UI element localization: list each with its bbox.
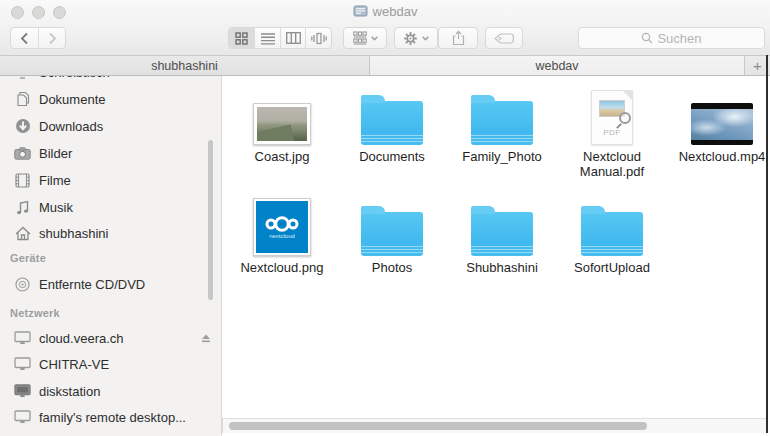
- sidebar-item-label: CHITRA-VE: [39, 357, 109, 372]
- disc-icon: [14, 277, 31, 292]
- desktop-icon: [14, 76, 31, 79]
- sidebar-item-entfernte-cd-dvd[interactable]: Entfernte CD/DVD: [14, 273, 211, 295]
- folder-icon: [361, 101, 423, 145]
- tab-shubhashini[interactable]: shubhashini: [0, 56, 370, 75]
- sidebar-item-family-remote-desktop[interactable]: family's remote desktop...: [14, 406, 211, 428]
- file-grid-row-2: nextcloud Nextcloud.png Photos Shubhashi…: [227, 196, 667, 275]
- chevron-down-icon: [422, 36, 429, 41]
- gear-icon: [403, 31, 418, 46]
- file-item-shubhashini[interactable]: Shubhashini: [447, 196, 557, 275]
- horizontal-scrollbar-thumb[interactable]: [229, 422, 647, 430]
- eject-icon[interactable]: [201, 334, 211, 343]
- sidebar-item-diskstation[interactable]: diskstation: [14, 380, 211, 402]
- window-chrome: webdav: [0, 0, 770, 55]
- window-right-edge: [766, 55, 768, 433]
- magnifier-icon: [619, 112, 631, 124]
- file-item-nextcloud-png[interactable]: nextcloud Nextcloud.png: [227, 196, 337, 275]
- chevron-down-icon: [371, 36, 378, 41]
- tab-webdav[interactable]: webdav: [370, 56, 744, 75]
- sidebar-scrollbar[interactable]: [208, 140, 213, 300]
- tab-bar: shubhashini webdav +: [0, 55, 770, 76]
- file-item-coast-jpg[interactable]: Coast.jpg: [227, 85, 337, 179]
- nextcloud-logo-text: nextcloud: [269, 233, 295, 240]
- video-thumbnail-icon: [691, 103, 753, 145]
- file-name: Documents: [359, 149, 425, 164]
- documents-icon: [14, 91, 31, 107]
- tab-label: shubhashini: [151, 59, 218, 73]
- pdf-badge: PDF: [603, 128, 621, 137]
- sidebar-item-bilder[interactable]: Bilder: [14, 142, 211, 164]
- tab-label: webdav: [535, 59, 578, 73]
- action-menu-button[interactable]: [394, 27, 438, 49]
- file-name: Nextcloud Manual.pdf: [564, 149, 660, 179]
- sidebar-section-devices: Geräte: [10, 252, 46, 268]
- sidebar-item-label: Downloads: [39, 119, 103, 134]
- plus-icon: +: [753, 57, 762, 74]
- search-input[interactable]: Suchen: [578, 27, 765, 49]
- list-view-button[interactable]: [254, 28, 280, 48]
- coverflow-view-button[interactable]: [305, 28, 331, 48]
- horizontal-scrollbar-track[interactable]: [222, 418, 766, 433]
- sidebar-item-label: diskstation: [39, 384, 100, 399]
- sidebar-item-label: Filme: [39, 173, 71, 188]
- music-note-icon: [14, 200, 31, 215]
- folder-icon: [361, 212, 423, 256]
- sidebar-item-downloads[interactable]: Downloads: [14, 115, 211, 137]
- file-item-family-photo[interactable]: Family_Photo: [447, 85, 557, 179]
- file-item-photos[interactable]: Photos: [337, 196, 447, 275]
- file-item-sofortupload[interactable]: SofortUpload: [557, 196, 667, 275]
- window-title: webdav: [373, 4, 418, 19]
- file-item-nextcloud-manual-pdf[interactable]: PDF Nextcloud Manual.pdf: [557, 85, 667, 179]
- sidebar-item-home[interactable]: shubhashini: [14, 222, 211, 244]
- file-grid-row-1: Coast.jpg Documents Family_Photo PD: [227, 85, 770, 179]
- pdf-preview-image: [599, 100, 625, 117]
- column-view-button[interactable]: [280, 28, 306, 48]
- sidebar-item-label: shubhashini: [39, 226, 108, 241]
- sidebar-item-label: family's remote desktop...: [39, 410, 186, 425]
- file-name: SofortUpload: [574, 260, 650, 275]
- nav-buttons: [10, 27, 66, 49]
- search-placeholder: Suchen: [657, 31, 701, 46]
- downloads-icon: [14, 118, 31, 134]
- nextcloud-logo-icon: nextcloud: [253, 198, 311, 256]
- sidebar-item-label: cloud.veera.ch: [39, 331, 124, 346]
- finder-window: webdav: [0, 0, 770, 436]
- network-computer-active-icon: [14, 384, 31, 398]
- network-computer-icon: [14, 331, 31, 345]
- tag-icon: [494, 33, 514, 44]
- file-name: Photos: [372, 260, 412, 275]
- sidebar-section-network: Netzwerk: [10, 307, 60, 323]
- search-icon: [641, 32, 653, 44]
- sidebar: Schreibtisch Dokumente Downloads Bilder: [0, 76, 222, 436]
- forward-button[interactable]: [38, 28, 65, 48]
- camera-icon: [14, 147, 31, 160]
- folder-icon: [471, 212, 533, 256]
- folder-icon: [581, 212, 643, 256]
- sidebar-item-cloud-veera-ch[interactable]: cloud.veera.ch: [14, 327, 211, 349]
- file-item-nextcloud-mp4[interactable]: Nextcloud.mp4: [667, 85, 770, 179]
- sidebar-item-musik[interactable]: Musik: [14, 196, 211, 218]
- arrange-button[interactable]: [343, 27, 387, 49]
- network-computer-icon: [14, 410, 31, 424]
- view-mode-control: [228, 27, 332, 49]
- sidebar-item-dokumente[interactable]: Dokumente: [14, 88, 211, 110]
- icon-view-button[interactable]: [229, 28, 254, 48]
- share-icon: [452, 30, 465, 46]
- sidebar-item-label: Musik: [39, 200, 73, 215]
- file-name: Nextcloud.mp4: [679, 149, 766, 164]
- sidebar-item-filme[interactable]: Filme: [14, 169, 211, 191]
- file-item-documents[interactable]: Documents: [337, 85, 447, 179]
- image-thumbnail-icon: [253, 103, 311, 145]
- sidebar-item-chitra-ve[interactable]: CHITRA-VE: [14, 353, 211, 375]
- sidebar-item-label: Dokumente: [39, 92, 105, 107]
- file-browser-area: Coast.jpg Documents Family_Photo PD: [222, 76, 768, 436]
- folder-icon: [471, 101, 533, 145]
- webdav-drive-icon: [353, 5, 368, 17]
- sidebar-item-label: Entfernte CD/DVD: [39, 277, 145, 292]
- tag-button[interactable]: [485, 27, 523, 49]
- back-button[interactable]: [11, 28, 38, 48]
- pdf-icon: PDF: [591, 90, 633, 145]
- share-button[interactable]: [438, 27, 478, 49]
- sidebar-item-schreibtisch[interactable]: Schreibtisch: [14, 76, 211, 83]
- film-icon: [14, 173, 31, 188]
